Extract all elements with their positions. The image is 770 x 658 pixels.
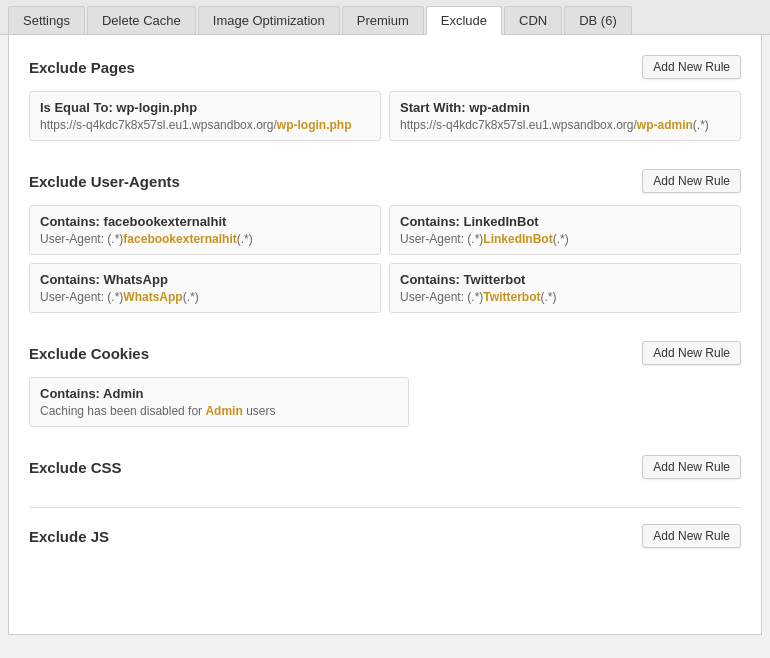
section-exclude-pages-header: Exclude Pages Add New Rule xyxy=(29,55,741,79)
rule-highlight: Twitterbot xyxy=(483,290,540,304)
rule-desc: User-Agent: (.*)Twitterbot(.*) xyxy=(400,290,730,304)
section-exclude-css-header: Exclude CSS Add New Rule xyxy=(29,455,741,479)
rule-desc: https://s-q4kdc7k8x57sl.eu1.wpsandbox.or… xyxy=(400,118,730,132)
add-rule-css-button[interactable]: Add New Rule xyxy=(642,455,741,479)
tab-exclude[interactable]: Exclude xyxy=(426,6,502,35)
exclude-pages-title: Exclude Pages xyxy=(29,59,135,76)
section-exclude-js: Exclude JS Add New Rule xyxy=(29,524,741,548)
tab-delete-cache[interactable]: Delete Cache xyxy=(87,6,196,34)
rule-desc: User-Agent: (.*)LinkedInBot(.*) xyxy=(400,232,730,246)
exclude-cookies-title: Exclude Cookies xyxy=(29,345,149,362)
rule-title: Contains: facebookexternalhit xyxy=(40,214,370,229)
tab-settings[interactable]: Settings xyxy=(8,6,85,34)
section-exclude-pages: Exclude Pages Add New Rule Is Equal To: … xyxy=(29,55,741,141)
rule-card: Start With: wp-adminhttps://s-q4kdc7k8x5… xyxy=(389,91,741,141)
rule-title: Contains: LinkedInBot xyxy=(400,214,730,229)
rule-desc: Caching has been disabled for Admin user… xyxy=(40,404,398,418)
add-rule-js-button[interactable]: Add New Rule xyxy=(642,524,741,548)
rule-desc: User-Agent: (.*)WhatsApp(.*) xyxy=(40,290,370,304)
rule-card: Contains: WhatsAppUser-Agent: (.*)WhatsA… xyxy=(29,263,381,313)
rule-title: Contains: Admin xyxy=(40,386,398,401)
rule-title: Start With: wp-admin xyxy=(400,100,730,115)
rule-title: Is Equal To: wp-login.php xyxy=(40,100,370,115)
rule-card: Contains: TwitterbotUser-Agent: (.*)Twit… xyxy=(389,263,741,313)
add-rule-cookies-button[interactable]: Add New Rule xyxy=(642,341,741,365)
section-exclude-useragents: Exclude User-Agents Add New Rule Contain… xyxy=(29,169,741,313)
exclude-css-title: Exclude CSS xyxy=(29,459,122,476)
add-rule-pages-button[interactable]: Add New Rule xyxy=(642,55,741,79)
rule-highlight: wp-admin xyxy=(637,118,693,132)
rule-highlight: wp-login.php xyxy=(277,118,352,132)
rule-highlight: Admin xyxy=(205,404,242,418)
tab-image-optimization[interactable]: Image Optimization xyxy=(198,6,340,34)
section-exclude-js-header: Exclude JS Add New Rule xyxy=(29,524,741,548)
tab-db[interactable]: DB (6) xyxy=(564,6,632,34)
rule-highlight: facebookexternalhit xyxy=(123,232,236,246)
main-content: Exclude Pages Add New Rule Is Equal To: … xyxy=(8,35,762,635)
rule-card: Contains: LinkedInBotUser-Agent: (.*)Lin… xyxy=(389,205,741,255)
rule-title: Contains: WhatsApp xyxy=(40,272,370,287)
rule-highlight: WhatsApp xyxy=(123,290,182,304)
rule-desc: https://s-q4kdc7k8x57sl.eu1.wpsandbox.or… xyxy=(40,118,370,132)
exclude-cookies-rules: Contains: AdminCaching has been disabled… xyxy=(29,377,409,427)
rule-desc: User-Agent: (.*)facebookexternalhit(.*) xyxy=(40,232,370,246)
add-rule-useragents-button[interactable]: Add New Rule xyxy=(642,169,741,193)
tab-premium[interactable]: Premium xyxy=(342,6,424,34)
tab-bar: SettingsDelete CacheImage OptimizationPr… xyxy=(0,0,770,35)
exclude-useragents-rules: Contains: facebookexternalhitUser-Agent:… xyxy=(29,205,741,313)
exclude-js-title: Exclude JS xyxy=(29,528,109,545)
section-exclude-css: Exclude CSS Add New Rule xyxy=(29,455,741,479)
rule-card: Contains: facebookexternalhitUser-Agent:… xyxy=(29,205,381,255)
rule-highlight: LinkedInBot xyxy=(483,232,552,246)
exclude-pages-rules: Is Equal To: wp-login.phphttps://s-q4kdc… xyxy=(29,91,741,141)
rule-card: Is Equal To: wp-login.phphttps://s-q4kdc… xyxy=(29,91,381,141)
section-exclude-cookies: Exclude Cookies Add New Rule Contains: A… xyxy=(29,341,741,427)
section-exclude-useragents-header: Exclude User-Agents Add New Rule xyxy=(29,169,741,193)
tab-cdn[interactable]: CDN xyxy=(504,6,562,34)
exclude-useragents-title: Exclude User-Agents xyxy=(29,173,180,190)
section-exclude-cookies-header: Exclude Cookies Add New Rule xyxy=(29,341,741,365)
rule-title: Contains: Twitterbot xyxy=(400,272,730,287)
rule-card: Contains: AdminCaching has been disabled… xyxy=(29,377,409,427)
